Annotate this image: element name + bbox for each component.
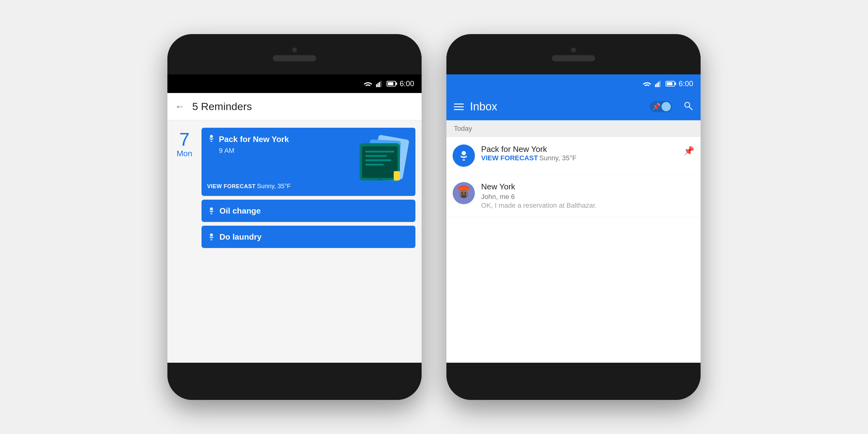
toggle-knob <box>661 102 671 111</box>
page-title: 5 Reminders <box>192 100 252 113</box>
inbox-item-content-pack: Pack for New York VIEW FORECAST Sunny, 3… <box>481 145 677 162</box>
svg-point-32 <box>462 192 463 194</box>
svg-rect-19 <box>211 239 212 240</box>
svg-rect-10 <box>365 151 394 153</box>
inbox-avatar-pack <box>453 145 475 167</box>
camera-2 <box>571 47 576 53</box>
inbox-item-title-pack: Pack for New York <box>481 145 677 154</box>
reminder-title-row: Pack for New York <box>207 134 342 145</box>
svg-line-25 <box>689 106 692 110</box>
pin-icon: 📌 <box>652 103 661 111</box>
inbox-forecast-label: VIEW FORECAST <box>481 154 538 162</box>
forecast-label: VIEW FORECAST <box>207 183 256 189</box>
status-bar-2: 6:00 <box>446 74 701 93</box>
phone-1: 6:00 ← 5 Reminders 7 Mon <box>167 34 422 400</box>
inbox-item-content-ny: New York John, me 6 OK, I made a reserva… <box>481 182 694 210</box>
svg-rect-22 <box>658 82 659 87</box>
top-bezel-2 <box>446 34 701 74</box>
inbox-content: Pack for New York VIEW FORECAST Sunny, 3… <box>446 137 701 363</box>
svg-rect-3 <box>380 81 382 87</box>
svg-rect-5 <box>211 141 212 142</box>
signal-icon <box>376 80 383 87</box>
svg-point-31 <box>461 194 467 198</box>
screen-2: 6:00 Inbox 📌 Today <box>446 74 701 363</box>
inbox-item-title-ny: New York <box>481 182 694 192</box>
signal-icon-2 <box>655 80 662 87</box>
inbox-forecast-value: Sunny, 35°F <box>539 154 577 162</box>
reminder-item-oil-change[interactable]: Oil change <box>202 199 415 222</box>
svg-rect-1 <box>378 83 379 87</box>
bottom-bezel <box>167 363 422 400</box>
hamburger-line-1 <box>454 103 464 104</box>
inbox-avatar-person <box>453 182 475 204</box>
inbox-item-preview-ny: OK, I made a reservation at Balthazar. <box>481 202 694 210</box>
section-header-today: Today <box>446 120 701 137</box>
svg-rect-13 <box>365 164 384 165</box>
inbox-pin-icon: 📌 <box>684 146 694 156</box>
svg-rect-23 <box>659 81 661 87</box>
tablet-illustration <box>350 131 412 193</box>
pin-toggle[interactable]: 📌 <box>650 101 672 112</box>
reminder-small-icon-2 <box>207 232 216 241</box>
search-button[interactable] <box>683 101 693 113</box>
svg-rect-0 <box>376 84 377 87</box>
reminder-forecast-row: VIEW FORECAST Sunny, 35°F <box>207 183 342 190</box>
reminder-content: Pack for New York 9 AM VIEW FORECAST Sun… <box>202 128 347 196</box>
status-time: 6:00 <box>400 80 414 88</box>
wifi-icon <box>364 80 372 87</box>
inbox-item-subtitle-row: VIEW FORECAST Sunny, 35°F <box>481 154 677 162</box>
reminders-content: 7 Mon <box>167 120 422 363</box>
top-bezel <box>167 34 422 74</box>
reminder-title: Pack for New York <box>219 134 289 144</box>
reminder-small-title: Oil change <box>219 206 261 216</box>
inbox-item-pack-ny[interactable]: Pack for New York VIEW FORECAST Sunny, 3… <box>446 137 701 175</box>
status-bar: 6:00 <box>167 74 422 93</box>
menu-button[interactable] <box>454 103 464 110</box>
inbox-header: Inbox 📌 <box>446 93 701 120</box>
svg-point-18 <box>210 234 213 237</box>
svg-rect-21 <box>657 83 658 87</box>
date-column: 7 Mon <box>174 128 195 355</box>
camera <box>292 47 297 53</box>
reminders-header: ← 5 Reminders <box>167 93 422 120</box>
svg-rect-27 <box>463 159 465 161</box>
battery-icon <box>386 81 396 87</box>
svg-point-33 <box>465 192 466 194</box>
svg-rect-2 <box>379 82 380 87</box>
hamburger-line-3 <box>454 109 464 110</box>
status-time-2: 6:00 <box>679 80 693 88</box>
date-day: Mon <box>177 149 192 158</box>
reminder-time: 9 AM <box>219 147 342 155</box>
svg-rect-14 <box>394 171 400 180</box>
reminder-icon <box>207 134 216 145</box>
date-number: 7 <box>179 130 189 149</box>
svg-rect-20 <box>655 84 656 87</box>
reminder-item-do-laundry[interactable]: Do laundry <box>202 226 415 248</box>
speaker-2 <box>552 55 595 61</box>
hamburger-line-2 <box>454 106 464 107</box>
back-button[interactable]: ← <box>175 101 185 112</box>
forecast-value: Sunny, 35°F <box>257 183 291 189</box>
inbox-title: Inbox <box>470 100 644 113</box>
svg-point-15 <box>378 177 381 180</box>
reminder-image <box>347 128 415 196</box>
svg-point-4 <box>210 135 213 138</box>
reminder-small-title-2: Do laundry <box>219 232 261 242</box>
svg-point-16 <box>210 207 213 211</box>
svg-rect-17 <box>211 213 212 214</box>
wifi-icon-2 <box>643 80 651 87</box>
inbox-item-new-york[interactable]: New York John, me 6 OK, I made a reserva… <box>446 175 701 217</box>
svg-rect-12 <box>365 159 391 161</box>
reminder-item-pack-new-york[interactable]: Pack for New York 9 AM VIEW FORECAST Sun… <box>202 128 415 196</box>
svg-point-26 <box>462 151 466 155</box>
svg-rect-11 <box>365 155 387 157</box>
inbox-item-meta-ny: John, me 6 <box>481 193 694 201</box>
phone-2: 6:00 Inbox 📌 Today <box>446 34 701 400</box>
speaker <box>273 55 316 61</box>
bottom-bezel-2 <box>446 363 701 400</box>
battery-icon-2 <box>665 81 675 87</box>
reminders-list: Pack for New York 9 AM VIEW FORECAST Sun… <box>202 128 415 355</box>
screen: 6:00 ← 5 Reminders 7 Mon <box>167 74 422 363</box>
reminder-small-icon <box>207 207 216 215</box>
